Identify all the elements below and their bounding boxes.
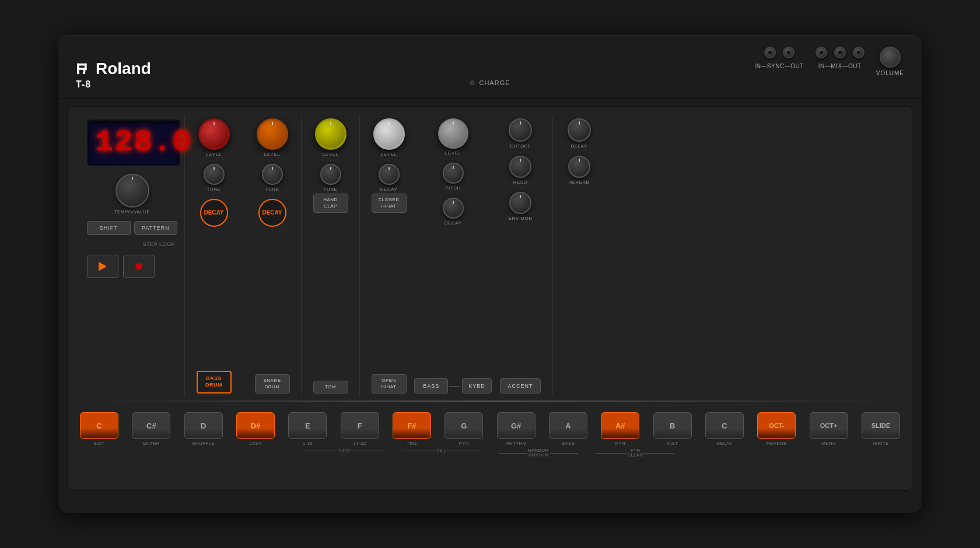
bass-pitch-knob[interactable] xyxy=(443,163,464,184)
tom-level-area: LEVEL xyxy=(315,118,346,157)
sd-tune-dot: · xyxy=(271,159,272,163)
group-labels-row: STEP FILL RANDOMRHYTHM xyxy=(80,448,900,458)
delay-indicator xyxy=(579,121,580,125)
key-dsharp-pad[interactable]: D# xyxy=(236,412,275,439)
env-mod-label: ENV MOD xyxy=(509,216,533,221)
reso-knob[interactable] xyxy=(509,156,531,178)
bass-level-indicator xyxy=(453,121,454,125)
roland-t8-device: Roland T-8 CHARGE IN—SYNC—OUT xyxy=(58,35,922,513)
bass-decay-knob[interactable] xyxy=(443,198,464,219)
key-octplus-sub: MENU xyxy=(821,441,836,446)
key-gsharp-pad[interactable]: G# xyxy=(497,412,536,439)
step-loop-label: STEP LOOP xyxy=(143,241,177,247)
key-octplus: OCT+ MENU xyxy=(810,412,848,446)
key-e-pad[interactable]: E xyxy=(288,412,327,439)
key-csharp-pad[interactable]: C# xyxy=(132,412,170,439)
play-stop-row xyxy=(87,255,155,278)
charge-indicator: CHARGE xyxy=(470,79,510,86)
key-c-pad[interactable]: C xyxy=(80,412,118,439)
volume-knob-area: VOLUME xyxy=(876,47,904,76)
bass-drum-button[interactable]: BASSDRUM xyxy=(197,371,232,394)
key-f-pad[interactable]: F xyxy=(341,412,379,439)
delay-area: DELAY xyxy=(568,118,591,149)
hh-decay-knob[interactable] xyxy=(379,164,400,185)
brand-area: Roland T-8 xyxy=(76,59,151,90)
play-icon xyxy=(99,262,107,271)
open-hihat-button[interactable]: OPENHIHAT xyxy=(372,374,407,394)
reverb-area: · REVERB xyxy=(568,150,590,185)
mix-jacks-row xyxy=(816,47,864,58)
bass-pitch-dot: · xyxy=(452,157,453,161)
key-slide: SLIDE WRITE xyxy=(862,412,900,446)
cutoff-label: CUTOFF xyxy=(510,143,530,149)
bd-tune-dot: · xyxy=(213,159,214,163)
tempo-knob[interactable] xyxy=(116,174,149,208)
enter-spacer xyxy=(137,448,176,458)
key-a-pad[interactable]: A xyxy=(549,412,587,439)
bass-kybd-line xyxy=(449,386,461,387)
shift-button[interactable]: SHIFT xyxy=(87,221,131,235)
pc-bracket-right xyxy=(644,453,675,454)
fill-group: FILL xyxy=(402,448,481,458)
sd-tune-dot2: | xyxy=(272,193,273,197)
sd-tune-area: · TUNE | xyxy=(262,159,283,197)
delay-knob[interactable] xyxy=(568,118,591,142)
key-csharp-enter: C# ENTER xyxy=(132,412,170,446)
headphone-jack[interactable] xyxy=(853,47,864,58)
key-g-pad[interactable]: G xyxy=(444,412,483,439)
tom-button[interactable]: TOM xyxy=(313,381,348,394)
left-section: 128.0 TEMPO/VALUE SHIFT PATTERN xyxy=(80,116,185,396)
key-gsharp-sub: RHYTHM xyxy=(506,441,527,446)
reso-area: · RESO xyxy=(509,150,531,185)
key-octplus-pad[interactable]: OCT+ xyxy=(810,412,848,439)
snare-drum-button[interactable]: SNAREDRUM xyxy=(255,374,290,394)
mix-in-jack[interactable] xyxy=(816,47,827,58)
key-a-bass: A BASS xyxy=(549,412,587,446)
tom-tune-knob[interactable] xyxy=(320,164,341,185)
bd-tune-knob[interactable] xyxy=(204,164,225,185)
key-slide-pad[interactable]: SLIDE xyxy=(862,412,900,439)
closed-hihat-button[interactable]: CLOSEDHIHAT xyxy=(372,194,407,213)
mix-jack-group: IN—MIX—OUT xyxy=(816,47,864,69)
env-mod-knob[interactable] xyxy=(509,192,531,214)
mix-out-jack[interactable] xyxy=(834,47,846,58)
sd-decay-button[interactable]: DECAY xyxy=(258,199,286,227)
key-d-pad[interactable]: D xyxy=(184,412,223,439)
bd-decay-button[interactable]: DECAY xyxy=(200,199,228,227)
key-asharp-pad[interactable]: A# xyxy=(601,412,639,439)
sd-level-knob[interactable] xyxy=(257,118,288,150)
volume-knob[interactable] xyxy=(880,47,901,68)
bass-drum-channel: LEVEL · TUNE | DECAY BASSDRUM xyxy=(185,116,243,396)
right-fx-section: CUTOFF · RESO · xyxy=(488,116,552,396)
bd-tune-label: TUNE xyxy=(207,187,221,192)
bd-level-knob[interactable] xyxy=(198,118,230,150)
hh-level-indicator xyxy=(388,122,390,125)
reverb-dot: · xyxy=(578,150,579,154)
hh-level-knob[interactable] xyxy=(373,118,405,150)
key-b-pad[interactable]: B xyxy=(653,412,692,439)
sync-in-jack[interactable] xyxy=(764,47,776,58)
env-mod-indicator xyxy=(520,195,521,198)
hh-decay-dot: · xyxy=(388,159,389,163)
cutoff-knob[interactable] xyxy=(509,118,532,142)
key-asharp-ptn: A# PTN xyxy=(601,412,639,446)
key-c2-pad[interactable]: C xyxy=(705,412,744,439)
play-button[interactable] xyxy=(87,255,118,278)
reverb-knob[interactable] xyxy=(568,156,590,178)
sd-tune-knob[interactable] xyxy=(262,164,283,185)
key-a-sub: BASS xyxy=(562,441,575,446)
kybd-button[interactable]: KYBD xyxy=(462,378,492,394)
sd-level-area: LEVEL xyxy=(257,118,288,157)
handclap-button[interactable]: HANDCLAP xyxy=(313,194,348,213)
pattern-button[interactable]: PATTERN xyxy=(134,221,178,235)
tom-level-knob[interactable] xyxy=(315,118,346,150)
sync-out-jack[interactable] xyxy=(783,47,794,58)
key-fsharp-pad[interactable]: F# xyxy=(393,412,431,439)
key-octminus-pad[interactable]: OCT- xyxy=(757,412,796,439)
step-loop-area: STEP LOOP xyxy=(87,238,177,248)
accent-button[interactable]: ACCENT xyxy=(500,378,540,394)
bass-level-knob[interactable] xyxy=(438,118,468,149)
stop-button[interactable] xyxy=(123,255,155,278)
bass-button[interactable]: BASS xyxy=(414,378,448,394)
bass-pitch-indicator xyxy=(453,166,454,169)
